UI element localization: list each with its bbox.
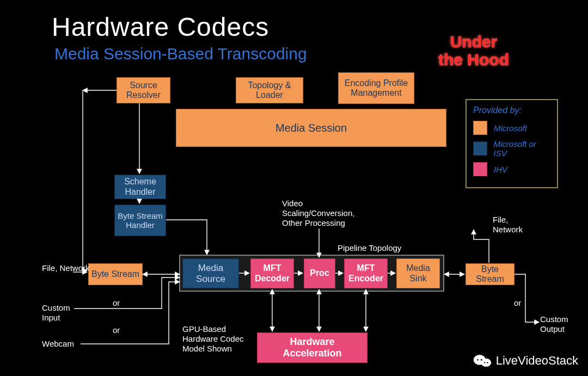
legend-row-ihv: IHV — [473, 162, 550, 176]
label-webcam: Webcam — [42, 339, 74, 349]
box-encoding-profile: Encoding Profile Management — [338, 72, 414, 104]
page-subtitle: Media Session-Based Transcoding — [54, 45, 307, 63]
box-hw-accel: Hardware Acceleration — [257, 332, 367, 363]
box-mft-encoder: MFT Encoder — [344, 258, 388, 288]
box-media-source: Media Source — [182, 258, 239, 288]
label-custom-input: CustomInput — [42, 303, 70, 323]
label-or2: or — [113, 325, 120, 335]
box-source-resolver: Source Resolver — [117, 77, 170, 103]
watermark: LiveVideoStack — [473, 353, 578, 368]
label-custom-output: CustomOutput — [540, 315, 568, 334]
page-title: Hardware Codecs — [52, 12, 269, 42]
label-gpu-note: GPU-BasedHardware CodecModel Shown — [182, 324, 259, 354]
label-or1: or — [113, 298, 120, 308]
corner-line2: the Hood — [438, 51, 509, 69]
label-video-scaling: VideoScaling/Conversion,Other Processing — [282, 199, 369, 228]
swatch-pink — [473, 162, 487, 176]
svg-point-5 — [487, 362, 488, 363]
legend: Provided by: Microsoft Microsoft or ISV … — [465, 99, 558, 188]
pipeline-label: Pipeline Topology — [338, 243, 401, 252]
swatch-blue — [473, 141, 487, 156]
legend-row-ms: Microsoft — [473, 121, 550, 135]
box-media-sink: Media Sink — [396, 258, 440, 288]
legend-title: Provided by: — [473, 106, 550, 115]
svg-point-3 — [481, 359, 482, 361]
box-byte-stream-handler: Byte Stream Handler — [114, 205, 166, 236]
box-byte-stream-right: Byte Stream — [465, 263, 514, 285]
chat-icon — [473, 353, 492, 368]
svg-point-1 — [481, 359, 491, 367]
box-scheme-handler: Scheme Handler — [114, 175, 166, 199]
swatch-orange — [473, 121, 487, 135]
legend-row-isv: Microsoft or ISV — [473, 139, 550, 158]
box-media-session: Media Session — [176, 109, 446, 147]
svg-point-4 — [484, 362, 485, 363]
watermark-text: LiveVideoStack — [496, 354, 578, 368]
corner-line1: Under — [450, 33, 498, 51]
label-file-network-right: File,Network — [493, 215, 523, 235]
box-byte-stream-left: Byte Stream — [88, 263, 143, 285]
box-proc: Proc — [304, 258, 335, 288]
box-topology-loader: Topology & Loader — [236, 77, 303, 103]
label-file-network-left: File, Network — [42, 263, 90, 273]
diagram-stage: Hardware Codecs Media Session-Based Tran… — [0, 0, 588, 376]
label-or3: or — [514, 298, 521, 308]
svg-point-2 — [477, 359, 479, 361]
box-mft-decoder: MFT Decoder — [250, 258, 294, 288]
corner-badge: Under the Hood — [427, 33, 520, 69]
